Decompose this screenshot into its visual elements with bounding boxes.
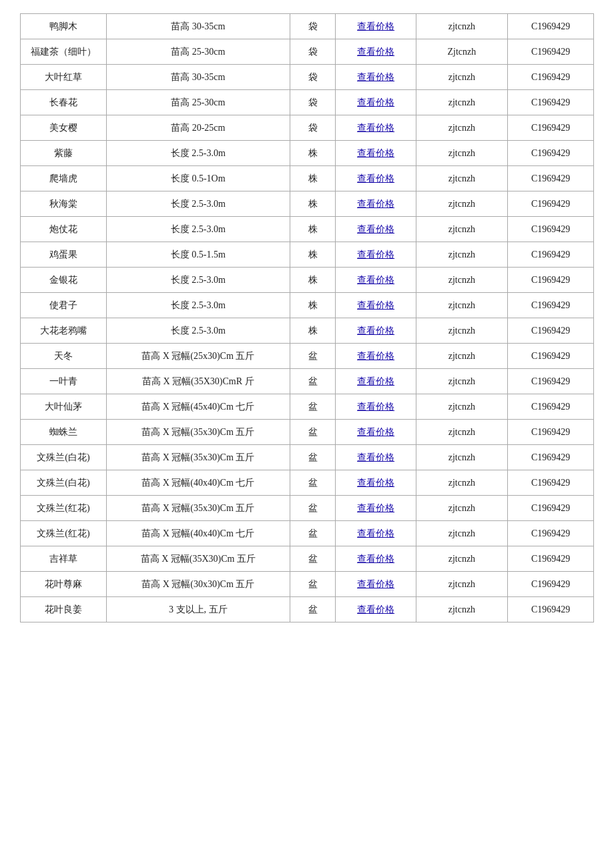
price-link-cell[interactable]: 查看价格 xyxy=(336,470,416,496)
seller-name: zjtcnzh xyxy=(416,191,507,217)
price-link[interactable]: 查看价格 xyxy=(357,97,394,107)
price-link-cell[interactable]: 查看价格 xyxy=(336,65,416,90)
price-link-cell[interactable]: 查看价格 xyxy=(336,191,416,217)
price-link[interactable]: 查看价格 xyxy=(357,224,394,234)
plant-spec: 苗高 X 冠幅(35X30)CmR 斤 xyxy=(106,369,290,394)
plant-unit: 盆 xyxy=(290,597,336,622)
price-link-cell[interactable]: 查看价格 xyxy=(336,521,416,546)
table-row: 福建茶（细叶）苗高 25-30cm袋查看价格ZjtcnzhC1969429 xyxy=(21,39,594,65)
plant-name: 文殊兰(红花) xyxy=(21,496,107,521)
plant-name: 长春花 xyxy=(21,90,107,115)
price-link-cell[interactable]: 查看价格 xyxy=(336,268,416,293)
seller-code: C1969429 xyxy=(508,318,594,344)
price-link[interactable]: 查看价格 xyxy=(357,376,394,386)
plant-spec: 苗高 25-30cm xyxy=(106,90,290,115)
plant-unit: 袋 xyxy=(290,14,336,39)
table-row: 一叶青苗高 X 冠幅(35X30)CmR 斤盆查看价格zjtcnzhC19694… xyxy=(21,369,594,394)
table-row: 文殊兰(白花)苗高 X 冠幅(40x40)Cm 七斤盆查看价格zjtcnzhC1… xyxy=(21,470,594,496)
price-link-cell[interactable]: 查看价格 xyxy=(336,141,416,166)
plant-spec: 苗高 X 冠幅(40x40)Cm 七斤 xyxy=(106,521,290,546)
plant-name: 大叶红草 xyxy=(21,65,107,90)
plant-spec: 苗高 30-35cm xyxy=(106,65,290,90)
seller-code: C1969429 xyxy=(508,191,594,217)
table-row: 爬墙虎长度 0.5-1Om株查看价格zjtcnzhC1969429 xyxy=(21,166,594,191)
seller-name: zjtcnzh xyxy=(416,521,507,546)
price-link[interactable]: 查看价格 xyxy=(357,351,394,361)
seller-name: zjtcnzh xyxy=(416,268,507,293)
plant-name: 紫藤 xyxy=(21,141,107,166)
seller-name: zjtcnzh xyxy=(416,572,507,597)
price-link-cell[interactable]: 查看价格 xyxy=(336,496,416,521)
price-link[interactable]: 查看价格 xyxy=(357,148,394,158)
bottom-spacer xyxy=(20,622,594,663)
seller-name: zjtcnzh xyxy=(416,496,507,521)
seller-code: C1969429 xyxy=(508,166,594,191)
plant-spec: 苗高 25-30cm xyxy=(106,39,290,65)
plant-spec: 长度 2.5-3.0m xyxy=(106,268,290,293)
price-link-cell[interactable]: 查看价格 xyxy=(336,369,416,394)
seller-code: C1969429 xyxy=(508,394,594,420)
price-link-cell[interactable]: 查看价格 xyxy=(336,217,416,242)
price-link-cell[interactable]: 查看价格 xyxy=(336,344,416,369)
price-link-cell[interactable]: 查看价格 xyxy=(336,420,416,445)
plant-spec: 长度 0.5-1.5m xyxy=(106,242,290,268)
price-link-cell[interactable]: 查看价格 xyxy=(336,394,416,420)
price-link-cell[interactable]: 查看价格 xyxy=(336,166,416,191)
seller-name: zjtcnzh xyxy=(416,394,507,420)
price-link[interactable]: 查看价格 xyxy=(357,199,394,209)
seller-code: C1969429 xyxy=(508,597,594,622)
price-link[interactable]: 查看价格 xyxy=(357,123,394,133)
seller-code: C1969429 xyxy=(508,141,594,166)
plant-unit: 盆 xyxy=(290,470,336,496)
seller-code: C1969429 xyxy=(508,344,594,369)
price-link-cell[interactable]: 查看价格 xyxy=(336,445,416,470)
plant-spec: 长度 2.5-3.0m xyxy=(106,293,290,318)
price-link[interactable]: 查看价格 xyxy=(357,72,394,82)
price-link[interactable]: 查看价格 xyxy=(357,427,394,437)
plant-spec: 长度 0.5-1Om xyxy=(106,166,290,191)
price-link-cell[interactable]: 查看价格 xyxy=(336,90,416,115)
plant-spec: 苗高 X 冠幅(40x40)Cm 七斤 xyxy=(106,470,290,496)
table-row: 天冬苗高 X 冠幅(25x30)Cm 五斤盆查看价格zjtcnzhC196942… xyxy=(21,344,594,369)
plant-name: 一叶青 xyxy=(21,369,107,394)
price-link-cell[interactable]: 查看价格 xyxy=(336,115,416,141)
plant-spec: 苗高 X 冠幅(35x30)Cm 五斤 xyxy=(106,445,290,470)
price-link-cell[interactable]: 查看价格 xyxy=(336,242,416,268)
price-link-cell[interactable]: 查看价格 xyxy=(336,293,416,318)
seller-name: zjtcnzh xyxy=(416,344,507,369)
price-link[interactable]: 查看价格 xyxy=(357,579,394,589)
price-link[interactable]: 查看价格 xyxy=(357,554,394,564)
seller-name: zjtcnzh xyxy=(416,597,507,622)
plant-spec: 苗高 20-25cm xyxy=(106,115,290,141)
price-link[interactable]: 查看价格 xyxy=(357,478,394,488)
price-link-cell[interactable]: 查看价格 xyxy=(336,597,416,622)
table-row: 大叶仙茅苗高 X 冠幅(45x40)Cm 七斤盆查看价格zjtcnzhC1969… xyxy=(21,394,594,420)
price-link[interactable]: 查看价格 xyxy=(357,300,394,310)
price-link[interactable]: 查看价格 xyxy=(357,326,394,336)
price-link-cell[interactable]: 查看价格 xyxy=(336,546,416,572)
price-link[interactable]: 查看价格 xyxy=(357,250,394,260)
price-link[interactable]: 查看价格 xyxy=(357,173,394,183)
price-link[interactable]: 查看价格 xyxy=(357,452,394,462)
price-link-cell[interactable]: 查看价格 xyxy=(336,14,416,39)
price-link[interactable]: 查看价格 xyxy=(357,402,394,412)
seller-code: C1969429 xyxy=(508,65,594,90)
plant-unit: 株 xyxy=(290,166,336,191)
price-link-cell[interactable]: 查看价格 xyxy=(336,572,416,597)
price-link[interactable]: 查看价格 xyxy=(357,528,394,538)
seller-code: C1969429 xyxy=(508,470,594,496)
price-link[interactable]: 查看价格 xyxy=(357,47,394,57)
plant-name: 文殊兰(白花) xyxy=(21,445,107,470)
seller-code: C1969429 xyxy=(508,572,594,597)
seller-name: zjtcnzh xyxy=(416,141,507,166)
price-link[interactable]: 查看价格 xyxy=(357,503,394,513)
price-link-cell[interactable]: 查看价格 xyxy=(336,318,416,344)
price-link[interactable]: 查看价格 xyxy=(357,604,394,614)
price-link[interactable]: 查看价格 xyxy=(357,275,394,285)
seller-code: C1969429 xyxy=(508,521,594,546)
plant-unit: 株 xyxy=(290,318,336,344)
price-link[interactable]: 查看价格 xyxy=(357,21,394,31)
plant-spec: 苗高 30-35cm xyxy=(106,14,290,39)
price-link-cell[interactable]: 查看价格 xyxy=(336,39,416,65)
table-row: 美女樱苗高 20-25cm袋查看价格zjtcnzhC1969429 xyxy=(21,115,594,141)
